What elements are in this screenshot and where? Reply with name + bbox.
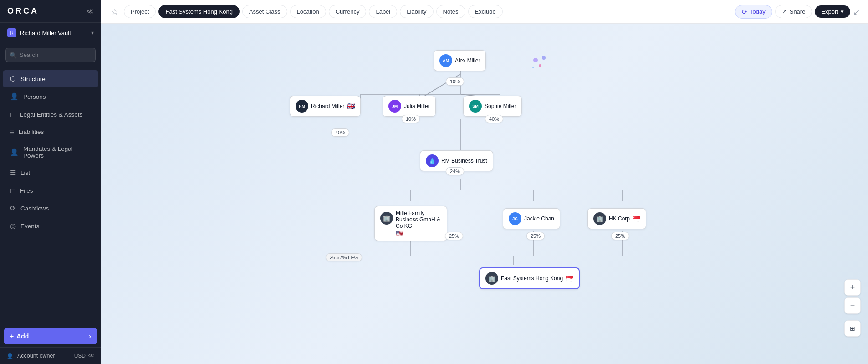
- liability-button[interactable]: Liability: [400, 5, 433, 18]
- account-owner-label: Account owner: [17, 353, 55, 359]
- sidebar-item-label: Files: [20, 187, 33, 194]
- cashflows-icon: ⟳: [10, 204, 16, 212]
- sidebar-item-liabilities[interactable]: ≡ Liabilities: [3, 123, 98, 140]
- pct-badge-40-sophie: 40%: [485, 115, 503, 123]
- layout-button[interactable]: ⊞: [844, 320, 861, 337]
- project-label: Project: [131, 8, 149, 15]
- node-label-mille: Mille Family Business GmbH & Co KG: [396, 210, 441, 229]
- zoom-in-button[interactable]: +: [844, 279, 861, 296]
- zoom-out-button[interactable]: −: [844, 297, 861, 314]
- export-label: Export: [821, 8, 838, 15]
- share-label: Share: [790, 8, 806, 15]
- node-label-rm-trust: RM Business Trust: [441, 158, 487, 164]
- avatar-julia: JM: [388, 100, 401, 113]
- star-button[interactable]: ☆: [108, 7, 121, 17]
- flag-mille: 🇺🇸: [396, 230, 441, 237]
- vault-selector[interactable]: R Richard Miller Vault ▾: [0, 23, 101, 43]
- node-mille-family[interactable]: 🏢 Mille Family Business GmbH & Co KG 🇺🇸: [374, 206, 447, 241]
- avatar-sophie: SM: [469, 100, 482, 113]
- today-icon: ⟳: [742, 8, 747, 15]
- pct-badge-10-top: 10%: [446, 77, 464, 86]
- node-julia-miller[interactable]: JM Julia Miller: [383, 96, 436, 117]
- exclude-button[interactable]: Exclude: [468, 5, 503, 18]
- sidebar: ORCA ≪ R Richard Miller Vault ▾ 🔍 ⬡ Stru…: [0, 0, 101, 364]
- pct-badge-leg: 26.67% LEG: [326, 253, 362, 261]
- avatar-alex: AM: [439, 54, 452, 67]
- node-hk-corp[interactable]: 🏢 HK Corp 🇸🇬: [587, 208, 646, 229]
- sidebar-item-label: Mandates & Legal Powers: [23, 145, 91, 159]
- sidebar-item-label: Events: [20, 223, 39, 230]
- vault-name: Richard Miller Vault: [20, 30, 71, 36]
- flag-richard: 🇬🇧: [347, 103, 355, 110]
- currency-button[interactable]: Currency: [329, 5, 367, 18]
- pct-badge-10-julia: 10%: [402, 115, 420, 123]
- flag-fast-systems: 🇸🇬: [566, 275, 573, 282]
- sidebar-item-mandates[interactable]: 👤 Mandates & Legal Powers: [3, 141, 98, 164]
- pct-badge-25-hk: 25%: [611, 232, 629, 240]
- orca-logo: ORCA: [7, 6, 39, 16]
- node-label-julia: Julia Miller: [404, 103, 430, 109]
- node-label-sophie: Sophie Miller: [485, 103, 516, 109]
- label-filter-label: Label: [376, 8, 390, 15]
- node-richard-miller[interactable]: RM Richard Miller 🇬🇧: [290, 96, 361, 117]
- export-button[interactable]: Export ▾: [815, 5, 850, 18]
- currency-label: USD: [74, 353, 86, 359]
- add-button[interactable]: + Add ›: [4, 328, 97, 344]
- pct-badge-40-left: 40%: [331, 128, 349, 137]
- share-icon: ↗: [782, 8, 787, 15]
- export-chevron-icon: ▾: [841, 8, 844, 15]
- project-button[interactable]: Project: [124, 5, 156, 18]
- persons-icon: 👤: [10, 92, 19, 101]
- today-label: Today: [750, 8, 766, 15]
- svg-point-24: [532, 67, 534, 68]
- fullscreen-button[interactable]: ⤢: [853, 6, 861, 17]
- sidebar-item-events[interactable]: ◎ Events: [3, 217, 98, 235]
- search-container: 🔍: [0, 43, 101, 67]
- collapse-button[interactable]: ≪: [86, 7, 94, 15]
- active-filter-button[interactable]: Fast Systems Hong Kong: [158, 5, 239, 18]
- node-jackie-chan[interactable]: JC Jackie Chan: [503, 208, 560, 229]
- active-filter-label: Fast Systems Hong Kong: [165, 8, 232, 15]
- asset-class-button[interactable]: Asset Class: [242, 5, 287, 18]
- node-label-alex: Alex Miller: [455, 57, 480, 64]
- sidebar-item-list[interactable]: ☰ List: [3, 164, 98, 181]
- node-label-fast-systems: Fast Systems Hong Kong: [501, 275, 563, 282]
- structure-icon: ⬡: [10, 75, 16, 83]
- avatar-jackie: JC: [509, 212, 521, 225]
- node-label-hk-corp: HK Corp: [609, 215, 630, 222]
- currency-filter-label: Currency: [336, 8, 360, 15]
- chevron-down-icon: ▾: [91, 30, 94, 36]
- share-button[interactable]: ↗ Share: [775, 5, 812, 18]
- sidebar-item-label: Liabilities: [19, 128, 44, 135]
- label-button[interactable]: Label: [369, 5, 397, 18]
- zoom-controls: + − ⊞: [844, 279, 861, 337]
- canvas[interactable]: AM Alex Miller RM Richard Miller 🇬🇧 JM J…: [101, 24, 868, 364]
- entity-icon-fast-systems: 🏢: [485, 272, 498, 285]
- node-label-richard: Richard Miller: [311, 103, 344, 109]
- sidebar-item-cashflows[interactable]: ⟳ Cashflows: [3, 200, 98, 217]
- account-footer: 👤 Account owner USD 👁: [0, 347, 101, 364]
- asset-class-label: Asset Class: [249, 8, 281, 15]
- sidebar-item-legal-entities[interactable]: ◻ Legal Entities & Assets: [3, 106, 98, 123]
- node-alex-miller[interactable]: AM Alex Miller: [434, 50, 486, 71]
- sidebar-item-files[interactable]: ◻ Files: [3, 182, 98, 199]
- sidebar-item-structure[interactable]: ⬡ Structure: [3, 70, 98, 87]
- node-fast-systems[interactable]: 🏢 Fast Systems Hong Kong 🇸🇬: [479, 267, 580, 289]
- sidebar-item-persons[interactable]: 👤 Persons: [3, 88, 98, 105]
- location-button[interactable]: Location: [290, 5, 326, 18]
- add-icon: +: [10, 333, 14, 340]
- sidebar-item-label: Persons: [23, 93, 46, 100]
- list-icon: ☰: [10, 169, 16, 177]
- vault-icon: R: [7, 28, 16, 37]
- notes-button[interactable]: Notes: [436, 5, 465, 18]
- sidebar-item-label: Cashflows: [20, 205, 49, 212]
- account-person-icon: 👤: [6, 353, 14, 359]
- pct-badge-25-jackie: 25%: [526, 232, 545, 240]
- visibility-icon[interactable]: 👁: [88, 352, 95, 359]
- nav-items: ⬡ Structure 👤 Persons ◻ Legal Entities &…: [0, 67, 101, 325]
- search-input[interactable]: [5, 48, 96, 62]
- node-sophie-miller[interactable]: SM Sophie Miller: [463, 96, 522, 117]
- main-content: ☆ Project Fast Systems Hong Kong Asset C…: [101, 0, 868, 364]
- today-button[interactable]: ⟳ Today: [735, 5, 772, 19]
- sidebar-item-label: Structure: [20, 76, 46, 82]
